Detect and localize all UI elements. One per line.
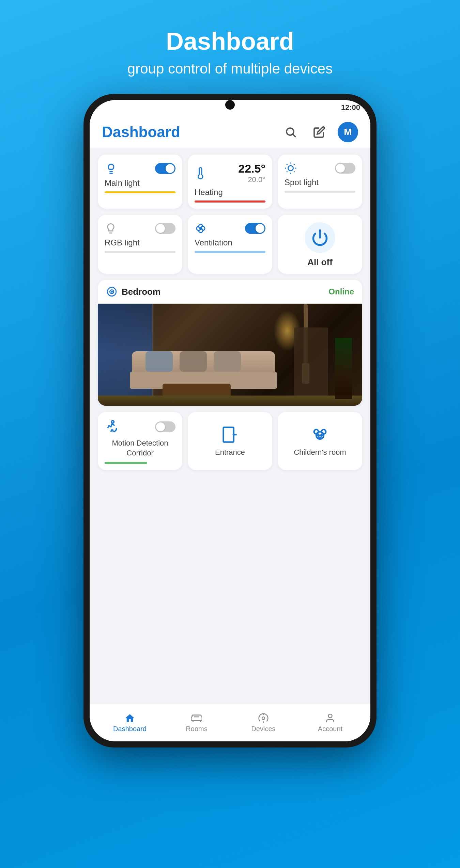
svg-line-10 (287, 172, 287, 172)
app-header: Dashboard M (90, 115, 370, 148)
svg-line-1 (293, 134, 295, 137)
bear-icon (311, 426, 329, 444)
bulb-icon (105, 222, 117, 235)
power-icon (305, 222, 335, 253)
nav-devices[interactable]: Devices (230, 713, 297, 733)
svg-line-7 (294, 172, 295, 172)
notch (225, 100, 235, 110)
device-card-ventilation[interactable]: Ventilation (188, 215, 272, 274)
svg-point-16 (111, 291, 112, 292)
room-card-entrance[interactable]: Entrance (188, 412, 272, 470)
entrance-label: Entrance (215, 448, 245, 457)
devices-icon (258, 713, 269, 724)
ventilation-toggle[interactable] (245, 223, 265, 234)
app-content: Main light 22.5° 20.0° (90, 148, 370, 704)
ceiling-light-icon (105, 162, 118, 175)
device-grid-row1: Main light 22.5° 20.0° (98, 155, 362, 209)
svg-point-3 (288, 166, 293, 171)
edit-button[interactable] (309, 122, 329, 142)
nav-account-label: Account (318, 725, 342, 733)
svg-point-28 (262, 717, 265, 720)
status-time: 12:00 (341, 103, 360, 112)
hero-subtitle: group control of multiple devices (127, 61, 333, 77)
search-button[interactable] (280, 122, 301, 142)
camera-icon (106, 286, 118, 298)
phone-shell: 12:00 Dashboard M (83, 94, 377, 748)
ventilation-label: Ventilation (195, 238, 265, 247)
motion-bar (105, 462, 147, 464)
room-grid: Motion Detection Corridor Entrance (98, 412, 362, 470)
device-card-all-off[interactable]: All off (278, 215, 362, 274)
device-card-main-light[interactable]: Main light (98, 155, 182, 209)
rgb-light-label: RGB light (105, 238, 175, 247)
spot-light-label: Spot light (285, 178, 355, 187)
room-card-motion[interactable]: Motion Detection Corridor (98, 412, 182, 470)
spot-light-toggle[interactable] (335, 163, 355, 174)
camera-feed (98, 304, 362, 406)
fan-icon (195, 222, 207, 235)
svg-point-25 (321, 435, 322, 436)
sofa-icon (191, 713, 202, 724)
online-badge: Online (328, 287, 354, 296)
motion-label: Motion Detection Corridor (105, 438, 175, 458)
childrens-label: Childern's room (294, 448, 346, 457)
home-icon (124, 713, 135, 724)
device-card-spot-light[interactable]: Spot light (278, 155, 362, 209)
nav-rooms[interactable]: Rooms (163, 713, 230, 733)
main-light-bar (105, 191, 175, 193)
bottom-nav: Dashboard Rooms (90, 704, 370, 741)
nav-rooms-label: Rooms (186, 725, 207, 733)
person-icon (325, 713, 336, 724)
rgb-light-bar (105, 251, 175, 253)
nav-dashboard[interactable]: Dashboard (96, 713, 163, 733)
thermometer-icon (195, 167, 207, 179)
heating-label: Heating (195, 188, 265, 197)
svg-rect-18 (224, 428, 234, 442)
sun-icon (285, 162, 297, 174)
all-off-label: All off (307, 257, 333, 268)
svg-line-6 (287, 164, 287, 165)
device-card-heating[interactable]: 22.5° 20.0° Heating (188, 155, 272, 209)
svg-point-31 (328, 714, 332, 718)
heating-bar (195, 200, 265, 203)
user-avatar[interactable]: M (338, 122, 358, 142)
device-grid-row2: RGB light (98, 215, 362, 274)
device-card-rgb-light[interactable]: RGB light (98, 215, 182, 274)
room-card-childrens[interactable]: Childern's room (278, 412, 362, 470)
svg-point-17 (111, 421, 114, 423)
heating-temp-sub: 20.0° (248, 175, 265, 184)
app-title: Dashboard (102, 124, 180, 141)
phone-screen: 12:00 Dashboard M (90, 100, 370, 741)
hero-title: Dashboard (166, 27, 294, 55)
camera-card[interactable]: Bedroom Online (98, 280, 362, 406)
nav-dashboard-label: Dashboard (113, 725, 147, 733)
door-icon (221, 426, 239, 444)
main-light-toggle[interactable] (155, 163, 175, 174)
svg-point-24 (318, 435, 319, 436)
motion-toggle[interactable] (155, 421, 175, 432)
svg-line-11 (294, 164, 295, 165)
nav-devices-label: Devices (251, 725, 275, 733)
spot-light-bar (285, 191, 355, 193)
camera-name: Bedroom (122, 287, 160, 297)
header-icons: M (280, 122, 358, 142)
rgb-light-toggle[interactable] (155, 223, 175, 234)
svg-point-22 (314, 430, 319, 434)
svg-point-23 (321, 430, 326, 434)
nav-account[interactable]: Account (297, 713, 364, 733)
motion-icon (105, 419, 120, 434)
main-light-label: Main light (105, 178, 175, 188)
heating-temp-main: 22.5° (238, 162, 265, 175)
camera-header: Bedroom Online (98, 280, 362, 304)
ventilation-bar (195, 251, 265, 253)
